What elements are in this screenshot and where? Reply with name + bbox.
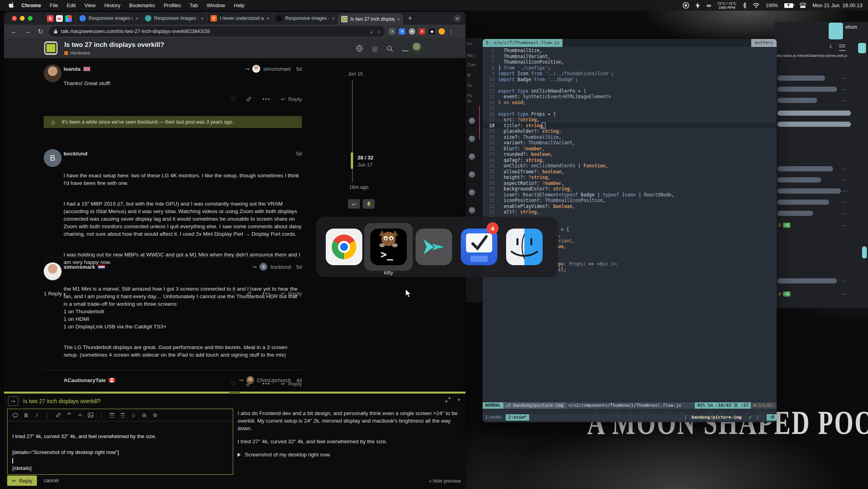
bookmark-star-icon[interactable]: ☆ <box>377 29 381 35</box>
menu-history[interactable]: History <box>100 2 124 8</box>
hide-preview-link[interactable]: « hide preview <box>429 478 461 484</box>
post-age[interactable]: 5d <box>296 66 302 72</box>
menu-bar-clock[interactable]: Mon 21 Jun 19.00.13 <box>812 2 862 8</box>
menu-bookmarks[interactable]: Bookmarks <box>125 2 159 8</box>
post-age[interactable]: 5d <box>296 264 302 270</box>
cancel-button[interactable]: cancel <box>44 477 59 483</box>
composer-editor[interactable]: B I | ” </> | ☺ ⊞ ⚙ I tried 27" 4k, curv… <box>7 409 233 475</box>
code-button[interactable]: </> <box>77 413 83 417</box>
browser-tab[interactable]: Responsive Images 101,× <box>141 12 207 25</box>
download-icon[interactable]: ⇩ <box>829 44 833 49</box>
minimize-window-button[interactable] <box>20 16 25 21</box>
blockquote-button[interactable]: ” <box>66 411 72 419</box>
more-actions-button[interactable]: ••• <box>262 96 271 102</box>
search-icon[interactable] <box>387 45 393 52</box>
terminal-buffers-tab[interactable]: buffers <box>751 39 777 47</box>
reply-to-avatar[interactable] <box>246 376 254 384</box>
post-age[interactable]: 4d <box>296 377 302 383</box>
hub-icon[interactable]: ◎ <box>372 45 378 53</box>
stop-record-icon[interactable] <box>682 2 689 9</box>
browser-tab[interactable]: YI never understood why t× <box>207 12 273 25</box>
post-author[interactable]: simonsmark <box>64 264 95 270</box>
bell-extension-icon[interactable]: ◗ <box>389 28 395 35</box>
post-author[interactable]: ACautionaryTale <box>64 377 106 383</box>
reply-to-name[interactable]: bocklund <box>270 264 291 270</box>
timeline-start-date[interactable]: Jun 15 <box>348 71 363 77</box>
dark-extension-icon[interactable]: ◆ <box>429 28 435 35</box>
menu-window[interactable]: Window <box>202 2 229 8</box>
browser-tab[interactable]: Is two 27 inch displays ov× <box>338 14 403 25</box>
zoom-window-button[interactable] <box>28 16 33 21</box>
reply-to-name[interactable]: ChrisUpchurch <box>257 377 291 383</box>
kitty-app-icon[interactable]: >_ <box>370 229 407 265</box>
pinned-tab-s-icon[interactable]: S <box>47 15 54 22</box>
close-tab-icon[interactable]: × <box>332 16 335 21</box>
browser-tab[interactable]: Responsive images - Lea× <box>273 12 338 25</box>
composer-topic-title[interactable]: Is two 27 inch displays overkill? <box>23 398 101 404</box>
vim-extension-icon[interactable]: V <box>419 28 425 35</box>
yoink-app-icon[interactable] <box>416 229 452 265</box>
finder-app-icon[interactable] <box>506 229 543 265</box>
pinned-tabs[interactable]: S ʍ <box>47 15 72 22</box>
reply-to-avatar[interactable] <box>252 65 260 73</box>
apple-menu-icon[interactable] <box>6 2 17 9</box>
date-button[interactable]: ⊞ <box>141 412 147 418</box>
hamburger-icon[interactable] <box>839 45 845 51</box>
pinned-tab-figma-icon[interactable] <box>65 15 72 22</box>
istat-menus-icon[interactable] <box>800 3 806 8</box>
menu-chrome[interactable]: Chrome <box>17 2 45 8</box>
reply-to-name[interactable]: simonsmark <box>263 66 291 72</box>
address-bar[interactable]: talk.macpowerusers.com/t/is-two-27-inch-… <box>49 26 385 37</box>
cleanshot-icon[interactable]: ∞ <box>706 2 711 9</box>
numbered-list-button[interactable] <box>120 413 126 417</box>
reply-button[interactable]: ↩ Reply <box>281 96 302 102</box>
istat-sensors[interactable]: 72°C / 72°C 1690 RPM <box>717 2 737 10</box>
close-tab-icon[interactable]: × <box>201 16 204 21</box>
avatar[interactable] <box>44 64 62 82</box>
post-author[interactable]: leanda <box>64 66 81 72</box>
close-tab-icon[interactable]: × <box>397 16 400 22</box>
quote-whole-post-icon[interactable] <box>12 413 18 418</box>
close-tab-icon[interactable]: × <box>266 16 269 21</box>
globe-icon[interactable] <box>356 45 363 52</box>
menu-help[interactable]: Help <box>230 2 249 8</box>
bold-button[interactable]: B <box>23 412 29 418</box>
menu-profiles[interactable]: Profiles <box>159 2 185 8</box>
reply-to-avatar[interactable]: B <box>259 263 267 271</box>
new-tab-button[interactable]: + <box>403 14 417 23</box>
terminal-active-tab[interactable]: 5: s/v/c/T/Thumbnail.flow.js <box>483 39 563 47</box>
close-window-button[interactable] <box>12 16 17 21</box>
share-link-icon[interactable] <box>246 96 252 102</box>
expand-icon[interactable] <box>445 397 450 402</box>
emoji-button[interactable]: ☺ <box>131 412 136 418</box>
menu-tab[interactable]: Tab <box>185 2 202 8</box>
close-tab-icon[interactable]: × <box>135 16 138 21</box>
octo-extension-icon[interactable]: ● <box>409 28 415 35</box>
reload-button[interactable]: ↻ <box>34 28 46 35</box>
timeline-scrubber[interactable] <box>351 152 353 169</box>
hyperlink-button[interactable] <box>56 412 61 418</box>
menu-file[interactable]: File <box>45 2 62 8</box>
topic-category[interactable]: Hardware <box>64 50 90 55</box>
gold-extension-icon[interactable] <box>439 28 445 35</box>
forum-logo[interactable] <box>44 41 58 55</box>
user-avatar[interactable] <box>411 42 423 54</box>
details-disclosure[interactable]: Screenshot of my desktop right now <box>238 451 462 458</box>
bluetooth-icon[interactable] <box>743 2 746 8</box>
avatar[interactable] <box>44 262 62 280</box>
tab-search-button[interactable]: ▾ <box>454 15 461 22</box>
menu-edit[interactable]: Edit <box>62 2 80 8</box>
options-gear-button[interactable]: ⚙ <box>152 412 158 418</box>
collapse-composer-icon[interactable]: ▾ <box>458 397 460 402</box>
like-button[interactable]: ♡ <box>231 96 236 102</box>
post-author[interactable]: bocklund <box>64 151 87 157</box>
upload-image-button[interactable] <box>88 413 93 417</box>
timeline-last-activity[interactable]: 16m ago <box>349 184 369 190</box>
blue-f-extension-icon[interactable]: F <box>399 28 405 35</box>
italic-button[interactable]: I <box>34 412 40 418</box>
lightning-icon[interactable] <box>696 2 700 9</box>
browser-menu-icon[interactable]: ⋮ <box>448 29 454 35</box>
post-age[interactable]: 5d <box>296 151 302 157</box>
wifi-icon[interactable] <box>753 3 760 8</box>
chrome-app-icon[interactable] <box>326 229 362 265</box>
